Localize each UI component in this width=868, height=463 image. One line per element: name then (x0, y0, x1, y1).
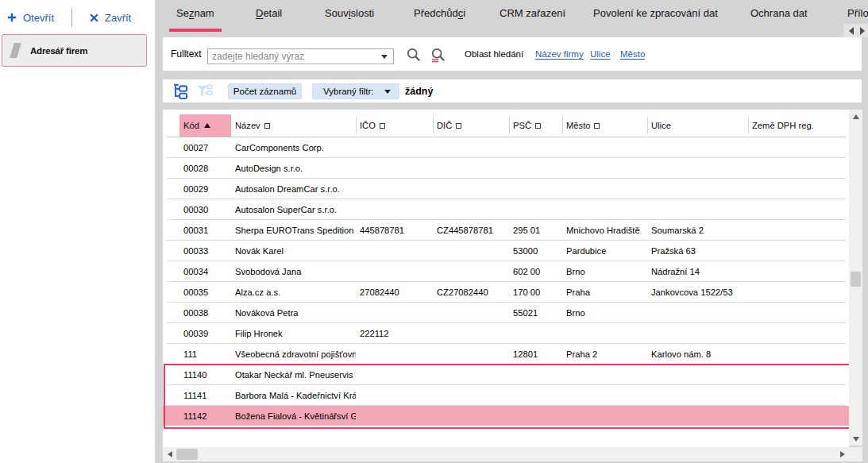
tab-seznam[interactable]: Seznam (176, 7, 214, 28)
tab-souvislosti[interactable]: Souvislosti (325, 7, 374, 28)
left-panel: Otevřít Zavřít Adresář firem (0, 0, 155, 463)
selected-filter-dropdown[interactable]: Vybraný filtr: (312, 83, 399, 99)
table-row-00038[interactable]: 00038Nováková Petra55021Brno (163, 303, 849, 323)
table-row-00029[interactable]: 00029Autosalon DreamCar s.r.o. (163, 179, 849, 199)
column-header-ulice[interactable]: Ulice (647, 114, 748, 137)
cell: 111 (179, 344, 231, 365)
cell: 00030 (179, 199, 231, 220)
cell: 00035 (179, 282, 231, 303)
table-row-00039[interactable]: 00039Filip Hronek222112 (163, 323, 849, 344)
grid-rows: 00027CarComponents Corp.00028AutoDesign … (163, 137, 849, 426)
cell: Autosalon SuperCar s.r.o. (231, 199, 356, 220)
module-icon (10, 43, 21, 58)
tree-view-icon[interactable] (172, 83, 189, 99)
cell: Pardubice (562, 241, 647, 261)
cell: 53000 (509, 241, 562, 261)
column-header-ps-[interactable]: PSČ (509, 114, 562, 137)
search-next-icon[interactable] (431, 48, 446, 63)
header-column-separator (748, 117, 749, 134)
cell: 11141 (179, 385, 231, 406)
horizontal-scrollbar-thumb[interactable] (176, 449, 198, 460)
cell: Filip Hronek (231, 323, 356, 344)
cell: 11142 (179, 406, 231, 426)
module-card-label: Adresář firem (30, 46, 87, 56)
vertical-scrollbar[interactable] (849, 110, 862, 446)
filter-tree-disabled-icon (196, 83, 213, 99)
cell: Božena Fialová - Květinářsví Ge (231, 406, 356, 426)
cell: Všeobecná zdravotní pojišťovna (231, 344, 356, 365)
fulltext-input[interactable] (208, 49, 393, 64)
cell: Alza.cz a.s. (231, 282, 356, 303)
column-header-n-zev[interactable]: Název (231, 114, 356, 137)
app-window: Otevřít Zavřít Adresář firem SeznamDetai… (0, 0, 868, 463)
combo-dropdown-icon[interactable] (381, 55, 388, 59)
column-filter-box-icon[interactable] (594, 123, 600, 129)
tab-scroll-left-icon[interactable] (849, 27, 854, 35)
toolbar-divider (71, 8, 72, 27)
fulltext-combobox (207, 48, 394, 64)
table-row-00027[interactable]: 00027CarComponents Corp. (163, 137, 849, 158)
table-row-111[interactable]: 111Všeobecná zdravotní pojišťovna12801Pr… (163, 344, 849, 365)
record-count-button[interactable]: Počet záznamů (228, 83, 302, 99)
column-header-zem-dph-reg-[interactable]: Země DPH reg. (748, 114, 849, 137)
grid-header-row: KódNázevIČODIČPSČMěstoUliceZemě DPH reg. (163, 114, 849, 137)
fulltext-search-strip: Fulltext Oblast hledání Název firmy Ulic… (163, 37, 862, 71)
dropdown-arrow-icon (384, 90, 391, 94)
column-header-k-d[interactable]: Kód (179, 114, 231, 137)
open-button[interactable]: Otevřít (7, 6, 54, 29)
scroll-right-icon[interactable] (835, 447, 849, 461)
tab-p-edch-dci[interactable]: Předchůdci (414, 7, 465, 28)
table-row-11142[interactable]: 11142Božena Fialová - Květinářsví Ge (163, 406, 849, 426)
table-row-00031[interactable]: 00031Sherpa EUROTrans Spedition445878781… (163, 220, 849, 241)
horizontal-scrollbar[interactable] (163, 447, 849, 461)
tab-p-lohy[interactable]: Přílohy (847, 7, 868, 28)
cell: Praha 2 (562, 344, 647, 365)
table-row-00035[interactable]: 00035Alza.cz a.s.27082440CZ27082440170 0… (163, 282, 849, 303)
scroll-up-icon[interactable] (849, 110, 862, 123)
tab-detail[interactable]: Detail (256, 7, 282, 28)
tab-povolen-ke-zpracov-n-dat[interactable]: Povolení ke zpracování dat (593, 7, 718, 28)
table-row-00030[interactable]: 00030Autosalon SuperCar s.r.o. (163, 199, 849, 220)
tab-crm-za-azen-[interactable]: CRM zařazení (500, 7, 565, 28)
header-column-separator (647, 117, 648, 134)
column-filter-box-icon[interactable] (535, 123, 541, 129)
cell: 00029 (179, 179, 231, 199)
scroll-down-icon[interactable] (849, 432, 862, 446)
cell: 602 00 (509, 261, 562, 282)
cell: 00034 (179, 261, 231, 282)
column-header-label: Země DPH reg. (752, 121, 814, 130)
vertical-scrollbar-thumb[interactable] (851, 272, 861, 287)
table-row-00034[interactable]: 00034Svobodová Jana602 00BrnoNádražní 14 (163, 261, 849, 282)
scroll-left-icon[interactable] (163, 447, 176, 461)
cell: 00027 (179, 137, 231, 158)
scope-link-ulice[interactable]: Ulice (590, 37, 611, 71)
close-button[interactable]: Zavřít (90, 6, 131, 29)
header-column-separator (509, 117, 510, 134)
column-filter-box-icon[interactable] (264, 123, 270, 129)
column-header-label: DIČ (437, 121, 452, 130)
grid-toolbar: Počet záznamů Vybraný filtr: žádný (163, 79, 862, 102)
tab-ochrana-dat[interactable]: Ochrana dat (750, 7, 808, 28)
cell: Soumarská 2 (647, 220, 748, 241)
column-header-label: Město (566, 121, 590, 130)
table-row-00028[interactable]: 00028AutoDesign s.r.o. (163, 158, 849, 179)
tab-scroll-right-icon[interactable] (860, 27, 865, 35)
column-header-di-[interactable]: DIČ (433, 114, 509, 137)
scope-link-nazev-firmy[interactable]: Název firmy (535, 37, 584, 71)
cell: CZ445878781 (433, 220, 509, 241)
scope-link-mesto[interactable]: Město (620, 37, 645, 71)
column-header-m-sto[interactable]: Město (562, 114, 647, 137)
search-icon[interactable] (407, 48, 421, 63)
active-tab-underline (169, 29, 222, 32)
table-row-11141[interactable]: 11141Barbora Malá - Kadeřnictví Krás (163, 385, 849, 406)
table-row-00033[interactable]: 00033Novák Karel53000PardubicePražská 63 (163, 241, 849, 261)
column-filter-box-icon[interactable] (380, 123, 385, 129)
column-filter-box-icon[interactable] (456, 123, 461, 129)
cell: Brno (562, 303, 647, 323)
cell: Brno (562, 261, 647, 282)
table-row-11140[interactable]: 11140Otakar Neckář ml. Pneuservis (163, 365, 849, 385)
column-header-i-o[interactable]: IČO (356, 114, 433, 137)
header-column-separator (433, 117, 434, 134)
record-count-label: Počet záznamů (233, 87, 296, 96)
module-card-adresar-firem[interactable]: Adresář firem (2, 34, 147, 67)
